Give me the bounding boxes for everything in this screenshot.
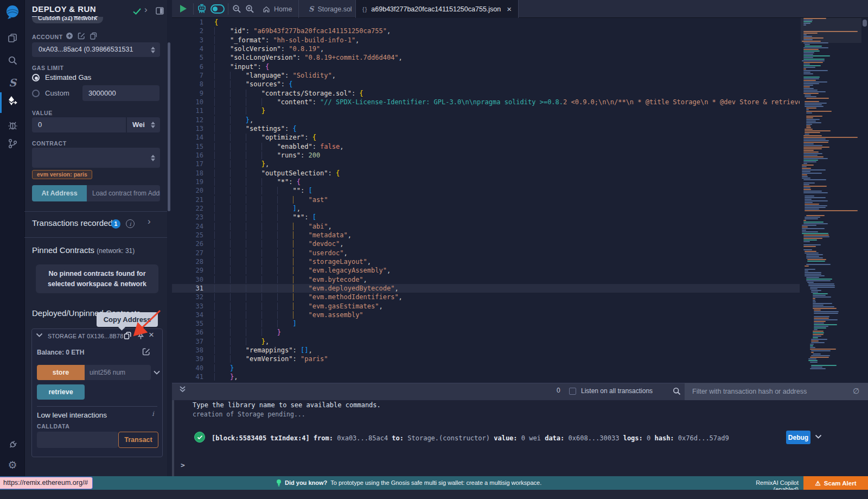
code-line[interactable]: 6 "input": { [172,62,800,71]
clear-console-icon[interactable]: ∅ [853,387,859,395]
code-line[interactable]: 39 "evmVersion": "paris" [172,355,800,363]
calldata-input[interactable] [37,432,118,448]
code-line[interactable]: 11 } [172,106,800,115]
expand-transactions-icon[interactable]: › [148,216,151,227]
solidity-compiler-icon[interactable]: S [6,76,19,89]
editor-scrollbar[interactable] [863,20,867,27]
code-line[interactable]: 10 "content": "// SPDX-License-Identifie… [172,98,800,106]
git-icon[interactable] [6,137,19,150]
code-line[interactable]: 12 }, [172,116,800,124]
code-line[interactable]: 15 "enabled": false, [172,142,800,151]
account-stepper-icon[interactable] [151,47,155,53]
editor-minimap[interactable] [801,18,861,381]
code-line[interactable]: 26 "devdoc", [172,239,800,248]
tab-storage-sol[interactable]: S Storage.sol [302,0,359,18]
estimated-gas-radio[interactable] [32,74,40,81]
debug-button[interactable]: Debug [786,431,810,444]
custom-gas-input[interactable]: 3000000 [82,85,159,101]
zoom-in-icon[interactable] [245,4,254,14]
code-line[interactable]: 40 } [172,364,800,372]
run-script-icon[interactable] [179,4,188,14]
panel-scrollbar[interactable] [168,42,170,211]
tx-log-line[interactable]: [block:5583405 txIndex:4] from: 0xa03...… [212,434,776,442]
code-line[interactable]: 38 "remappings": [], [172,346,800,355]
copilot-toggle[interactable] [210,4,225,14]
code-line[interactable]: 8 "sources": { [172,80,800,89]
listen-all-checkbox[interactable] [569,388,576,395]
at-address-button[interactable]: At Address [32,185,87,201]
value-unit-select[interactable]: Wei [126,117,160,132]
code-line[interactable]: 3 "_format": "hh-sol-build-info-1", [172,36,800,45]
code-line[interactable]: 1{ [172,18,800,27]
file-explorer-icon[interactable] [6,31,19,45]
code-line[interactable]: 21 "ast" [172,195,800,204]
store-button[interactable]: store [37,365,85,380]
panel-forward-icon[interactable]: › [144,4,148,15]
code-line[interactable]: 25 "metadata", [172,231,800,239]
expand-tx-icon[interactable] [815,434,822,439]
expand-store-icon[interactable] [154,370,160,375]
info-icon[interactable]: i [126,219,135,228]
code-line[interactable]: 28 "storageLayout", [172,257,800,266]
code-line[interactable]: 16 "runs": 200 [172,151,800,160]
code-line[interactable]: 13 "settings": { [172,124,800,133]
low-level-info-icon[interactable]: i [152,410,154,418]
account-select[interactable]: 0xA03...85ac4 (0.39866531531 [32,42,160,57]
code-line[interactable]: 31 "evm.deployedBytecode", [172,284,800,293]
tab-build-info-json[interactable]: {} a69b43f277ba20fcac141151250ca755.json… [355,0,519,18]
edit-account-icon[interactable] [78,32,85,40]
close-tab-icon[interactable]: × [507,4,512,14]
code-line[interactable]: 14 "optimizer": { [172,133,800,142]
code-line[interactable]: 17 }, [172,160,800,168]
scam-alert-badge[interactable]: ⚠ Scam Alert [803,476,868,490]
custom-gas-option[interactable]: Custom [45,89,69,97]
code-editor[interactable]: 1{2 "id": "a69b43f277ba20fcac141151250ca… [172,18,800,383]
ai-copilot-robot-icon[interactable] [196,3,207,15]
remix-logo-icon[interactable] [4,4,21,21]
at-address-input[interactable]: Load contract from Addre [87,185,160,201]
code-line[interactable]: 20 "": [ [172,186,800,195]
code-line[interactable]: 23 "*": [ [172,213,800,222]
contract-stepper-icon[interactable] [151,155,155,161]
store-input[interactable]: uint256 num [85,365,151,380]
search-icon[interactable] [6,54,19,67]
custom-gas-radio[interactable] [32,90,40,97]
collapse-contract-icon[interactable] [36,333,43,338]
add-account-icon[interactable] [66,32,73,40]
code-line[interactable]: 2 "id": "a69b43f277ba20fcac141151250ca75… [172,27,800,35]
code-line[interactable]: 41 }, [172,372,800,381]
code-line[interactable]: 9 "contracts/Storage.sol": { [172,89,800,98]
code-line[interactable]: 33 "evm.gasEstimates", [172,302,800,311]
contract-select[interactable] [32,148,160,168]
tab-home[interactable]: Home [256,0,299,18]
listen-all-label[interactable]: Listen on all transactions [581,387,653,395]
code-line[interactable]: 36 } [172,328,800,337]
code-line[interactable]: 5 "solcLongVersion": "0.8.19+commit.7dd6… [172,53,800,62]
transact-button[interactable]: Transact [118,432,158,448]
pin-panel-icon[interactable] [156,7,164,15]
copy-account-icon[interactable] [90,32,97,40]
plugin-manager-icon[interactable] [6,438,19,451]
debugger-icon[interactable] [6,118,19,131]
code-line[interactable]: 19 "*": { [172,178,800,186]
code-line[interactable]: 32 "evm.methodIdentifiers", [172,293,800,301]
code-line[interactable]: 27 "userdoc", [172,249,800,257]
deploy-and-run-icon[interactable] [6,94,19,108]
zoom-out-icon[interactable] [232,4,241,14]
code-line[interactable]: 30 "evm.bytecode", [172,275,800,284]
code-line[interactable]: 18 "outputSelection": { [172,169,800,178]
terminal-prompt[interactable]: > [181,461,185,469]
retrieve-button[interactable]: retrieve [37,384,85,400]
code-line[interactable]: 4 "solcVersion": "0.8.19", [172,45,800,53]
terminal-search-icon[interactable] [673,387,681,395]
estimated-gas-option[interactable]: Estimated Gas [45,73,91,81]
code-line[interactable]: 22 ], [172,204,800,213]
unit-stepper-icon[interactable] [151,122,155,128]
code-line[interactable]: 7 "language": "Solidity", [172,71,800,80]
code-line[interactable]: 37 }, [172,337,800,346]
settings-icon[interactable]: ⚙ [6,458,19,471]
edit-balance-icon[interactable] [142,348,150,356]
collapse-terminal-icon[interactable] [179,386,186,393]
value-input[interactable]: 0 [32,117,126,132]
code-line[interactable]: 34 "evm.assembly" [172,311,800,319]
